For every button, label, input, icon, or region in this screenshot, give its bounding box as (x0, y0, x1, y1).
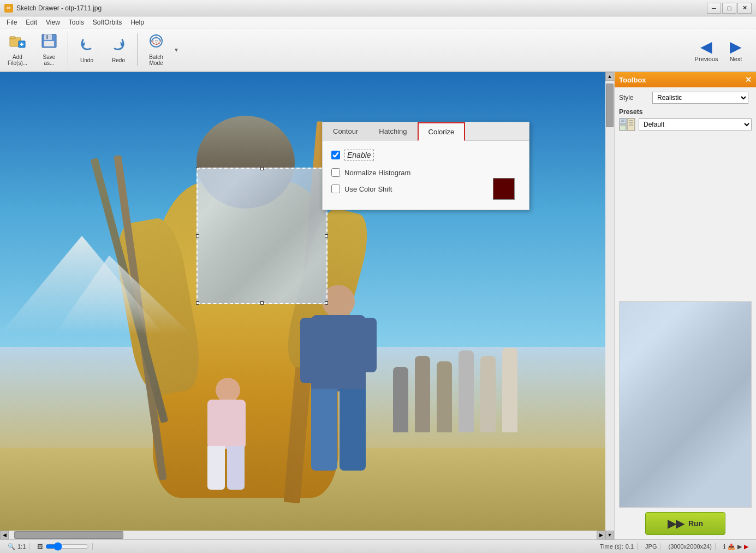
status-bar: 🔍 1:1 🖼 Time (s): 0.1 JPG (3000x2000x24)… (0, 539, 756, 553)
undo-icon (79, 37, 95, 56)
scroll-right-button[interactable]: ▶ (597, 531, 605, 539)
scroll-left-button[interactable]: ◀ (0, 531, 9, 539)
batch-mode-button[interactable]: BatchMode (141, 31, 171, 69)
inline-preview (619, 301, 752, 508)
colorize-popup: Contour Hatching Colorize Enable Normali… (322, 122, 529, 210)
enable-row: Enable (331, 150, 520, 160)
social-icon[interactable]: ▶ (737, 543, 742, 550)
status-icons: ℹ 📤 ▶ ▶ (720, 543, 752, 550)
next-label: Next (730, 56, 742, 62)
toolbox-close-button[interactable]: ✕ (745, 75, 752, 84)
run-icon: ▶▶ (668, 517, 684, 530)
menu-tools[interactable]: Tools (64, 17, 88, 27)
maximize-button[interactable]: □ (722, 3, 736, 14)
title-bar: ✏ Sketch Drawer - otp-1711.jpg ─ □ ✕ (0, 0, 756, 16)
scroll-thumb-horizontal[interactable] (14, 531, 123, 539)
canvas-scroll-horizontal[interactable]: ◀ ▶ (0, 531, 605, 539)
time-value: 0.1 (626, 543, 634, 550)
previous-label: Previous (695, 56, 718, 62)
run-label: Run (688, 519, 703, 528)
style-select[interactable]: Realistic Pencil Comic Watercolor (652, 92, 748, 104)
zoom-icon: 🔍 (8, 543, 15, 550)
status-zoom-section: 🔍 1:1 (4, 543, 29, 550)
color-shift-checkbox[interactable] (331, 185, 340, 193)
status-time: Time (s): 0.1 (597, 543, 638, 550)
close-button[interactable]: ✕ (737, 3, 752, 14)
tab-contour[interactable]: Contour (323, 122, 368, 141)
bg-person-3 (437, 361, 452, 432)
image-icon: 🖼 (37, 543, 43, 550)
toolbox-body: Style Realistic Pencil Comic Watercolor … (615, 87, 756, 301)
window-title: Sketch Drawer - otp-1711.jpg (16, 4, 102, 12)
tab-content-colorize: Enable Normalize Histogram Use Color Shi… (323, 141, 529, 210)
redo-icon (110, 37, 127, 56)
toolbar-nav: ◀ Previous ▶ Next (693, 31, 754, 69)
toolbox-panel: Toolbox ✕ Style Realistic Pencil Comic W… (614, 72, 756, 539)
menu-file[interactable]: File (2, 17, 21, 27)
toolbar-extra-button[interactable]: ▼ (172, 31, 180, 69)
status-format: JPG (642, 543, 660, 550)
save-as-label: Saveas... (43, 54, 56, 66)
bg-person-6 (502, 348, 517, 432)
zoom-slider[interactable] (45, 543, 89, 550)
enable-checkbox[interactable] (331, 151, 340, 159)
scroll-up-button[interactable]: ▲ (605, 72, 614, 81)
color-swatch[interactable] (493, 178, 515, 200)
presets-row: Default Preset 1 Preset 2 (619, 118, 752, 131)
add-files-button[interactable]: AddFile(s)... (2, 31, 33, 69)
child-figure (202, 378, 257, 498)
window-controls: ─ □ ✕ (707, 3, 752, 14)
format-value: JPG (645, 543, 657, 550)
presets-header: Presets (619, 108, 752, 116)
svg-rect-15 (620, 125, 626, 130)
svg-rect-14 (620, 118, 626, 124)
menu-edit[interactable]: Edit (21, 17, 41, 27)
previous-button[interactable]: ◀ Previous (693, 31, 720, 69)
youtube-icon[interactable]: ▶ (744, 543, 748, 550)
man-figure (300, 285, 382, 492)
undo-button[interactable]: Undo (72, 31, 102, 69)
scroll-down-button[interactable]: ▼ (605, 531, 614, 539)
status-image-icon: 🖼 (34, 543, 93, 550)
share-icon[interactable]: 📤 (728, 543, 735, 550)
menu-help[interactable]: Help (126, 17, 148, 27)
sketch-overlay (197, 168, 328, 304)
canvas-scroll-vertical[interactable]: ▲ ▼ (605, 72, 614, 539)
bg-person-5 (480, 356, 496, 432)
undo-label: Undo (80, 57, 93, 63)
menu-softorbits[interactable]: SoftOrbits (88, 17, 126, 27)
preset-select[interactable]: Default Preset 1 Preset 2 (639, 118, 752, 130)
scroll-track-vertical[interactable] (605, 81, 614, 531)
normalize-checkbox[interactable] (331, 168, 340, 177)
run-section: ▶▶ Run (615, 508, 756, 539)
info-icon[interactable]: ℹ (723, 543, 725, 550)
zoom-value: 1:1 (17, 543, 26, 550)
presets-icon (619, 118, 635, 131)
tab-colorize[interactable]: Colorize (418, 122, 466, 141)
svg-rect-1 (10, 37, 15, 39)
style-row: Style Realistic Pencil Comic Watercolor (619, 92, 752, 104)
tab-hatching[interactable]: Hatching (368, 122, 417, 141)
toolbar: AddFile(s)... Saveas... Undo (0, 28, 756, 72)
toolbox-title: Toolbox (619, 76, 646, 84)
redo-button[interactable]: Redo (103, 31, 134, 69)
run-button[interactable]: ▶▶ Run (645, 512, 725, 535)
bg-person-4 (459, 350, 474, 432)
bg-person-2 (415, 356, 430, 432)
next-button[interactable]: ▶ Next (722, 31, 749, 69)
batch-mode-icon (147, 33, 165, 52)
menu-view[interactable]: View (41, 17, 64, 27)
bg-person-1 (393, 367, 408, 432)
minimize-button[interactable]: ─ (707, 3, 721, 14)
add-files-icon (9, 33, 26, 52)
color-shift-label: Use Color Shift (344, 185, 392, 193)
normalize-label: Normalize Histogram (344, 169, 410, 177)
scroll-thumb-vertical[interactable] (606, 84, 614, 127)
svg-rect-7 (44, 41, 54, 46)
toolbar-separator-2 (137, 33, 138, 66)
add-files-label: AddFile(s)... (8, 54, 27, 66)
toolbox-header: Toolbox ✕ (615, 72, 756, 87)
svg-rect-16 (627, 118, 635, 130)
scroll-track-horizontal[interactable] (9, 531, 597, 539)
save-as-button[interactable]: Saveas... (34, 31, 64, 69)
